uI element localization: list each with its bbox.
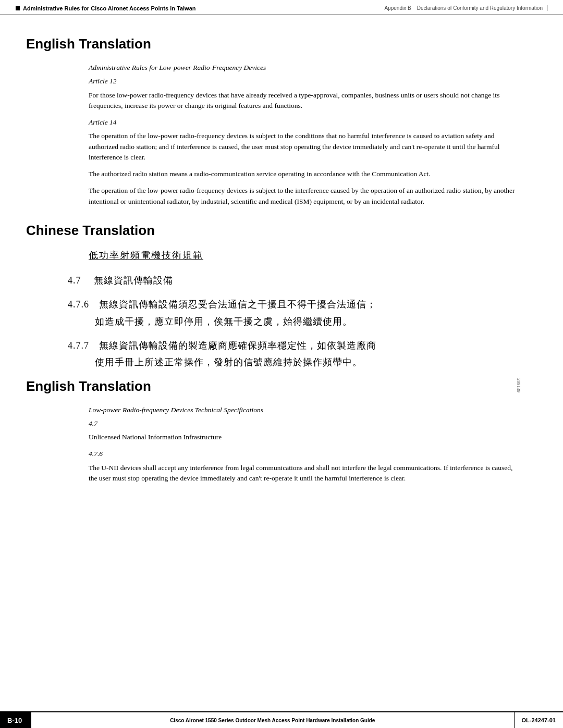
- header-left: Administrative Rules for Cisco Aironet A…: [16, 5, 196, 11]
- header-left-text: Administrative Rules for Cisco Aironet A…: [23, 5, 196, 11]
- text-476: The U-NII devices shall accept any inter…: [89, 463, 516, 484]
- chinese-block: 低功率射頻電機技術規範 4.7 無線資訊傳輸設備 4.7.6 無線資訊傳輸設備須…: [26, 249, 537, 371]
- lp-intro: Low-power Radio-frequency Devices Techni…: [89, 405, 516, 415]
- section-heading-3: English Translation: [26, 378, 537, 394]
- header-right: Appendix B Declarations of Conformity an…: [384, 5, 547, 11]
- chinese-line-47: 4.7 無線資訊傳輸設備: [68, 272, 537, 289]
- admin-rules-intro: Administrative Rules for Low-power Radio…: [89, 63, 516, 73]
- article12-label: Article 12: [89, 76, 516, 87]
- section-english-2: English Translation Low-power Radio-freq…: [26, 378, 537, 484]
- main-content: English Translation Administrative Rules…: [0, 15, 563, 728]
- section-english-1: English Translation Administrative Rules…: [26, 36, 537, 207]
- label-47: 4.7: [89, 418, 516, 429]
- side-number: 209139: [516, 378, 521, 392]
- article12-text: For those low-power radio-frequency devi…: [89, 90, 516, 112]
- footer-page-number: B-10: [0, 712, 31, 728]
- header-bar: Administrative Rules for Cisco Aironet A…: [0, 0, 563, 15]
- article14-p1: The operation of the low-power radio-fre…: [89, 131, 516, 163]
- article14-p3: The operation of the low-power radio-fre…: [89, 186, 516, 207]
- chinese-underline-title: 低功率射頻電機技術規範: [89, 249, 537, 262]
- text-47: Unlicensed National Information Infrastr…: [89, 432, 516, 442]
- header-appendix-label: Appendix B Declarations of Conformity an…: [384, 5, 543, 11]
- content-block-3: Low-power Radio-frequency Devices Techni…: [89, 405, 516, 484]
- footer-bar: B-10 Cisco Aironet 1550 Series Outdoor M…: [0, 711, 563, 728]
- section-chinese: Chinese Translation 低功率射頻電機技術規範 4.7 無線資訊…: [26, 223, 537, 371]
- page-container: Administrative Rules for Cisco Aironet A…: [0, 0, 563, 728]
- article14-label: Article 14: [89, 117, 516, 128]
- header-square-icon: [16, 6, 20, 10]
- chinese-line-477: 4.7.7 無線資訊傳輸設備的製造廠商應確保頻率穩定性，如依製造廠商 使用手冊上…: [68, 337, 537, 371]
- article14-p2: The authorized radio station means a rad…: [89, 169, 516, 179]
- footer-doc-number: OL-24247-01: [514, 712, 563, 728]
- label-476: 4.7.6: [89, 449, 516, 459]
- chinese-line-476: 4.7.6 無線資訊傳輸設備須忍受合法通信之干擾且不得干擾合法通信； 如造成干擾…: [68, 296, 537, 330]
- section-heading-1: English Translation: [26, 36, 537, 52]
- footer-guide-title: Cisco Aironet 1550 Series Outdoor Mesh A…: [31, 712, 514, 728]
- content-block-1: Administrative Rules for Low-power Radio…: [89, 63, 516, 207]
- section-heading-chinese: Chinese Translation: [26, 223, 537, 239]
